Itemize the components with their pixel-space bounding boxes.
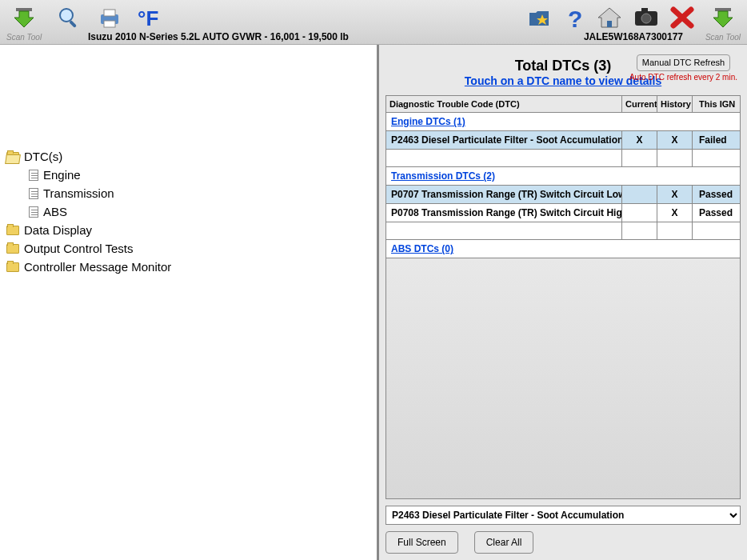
tree-item[interactable]: Transmission — [6, 184, 370, 202]
printer-icon — [96, 6, 123, 31]
tree-item-label: Data Display — [24, 223, 92, 237]
svg-rect-0 — [16, 8, 32, 11]
help-button[interactable]: ? — [563, 6, 585, 33]
folder-icon — [6, 262, 19, 272]
vin-text: JALE5W168A7300177 — [584, 31, 683, 42]
col-header-current: Current — [622, 96, 657, 113]
question-icon: ? — [563, 6, 585, 33]
page-icon — [29, 206, 38, 218]
camera-button[interactable] — [633, 6, 659, 30]
scan-tool-left-button[interactable]: Scan Tool — [6, 6, 42, 42]
svg-point-1 — [60, 9, 73, 22]
svg-rect-12 — [715, 8, 731, 11]
col-header-code: Diagnostic Trouble Code (DTC) — [386, 96, 622, 113]
svg-rect-4 — [104, 10, 115, 16]
download-arrow-icon — [710, 6, 736, 31]
dtc-row[interactable]: P2463 Diesel Particulate Filter - Soot A… — [386, 131, 741, 150]
svg-rect-11 — [641, 8, 648, 12]
svg-rect-5 — [104, 21, 115, 27]
tree-item[interactable]: Controller Message Monitor — [6, 258, 370, 276]
folder-icon — [6, 226, 19, 235]
section-transmission[interactable]: Transmission DTCs (2) — [386, 167, 741, 186]
tree-item[interactable]: DTC(s) — [6, 147, 370, 166]
tree-item[interactable]: ABS — [6, 202, 370, 221]
print-button[interactable] — [96, 6, 123, 31]
svg-text:°F: °F — [138, 6, 158, 30]
manual-refresh-button[interactable]: Manual DTC Refresh — [637, 54, 730, 71]
page-icon — [29, 188, 38, 199]
scan-tool-right-button[interactable]: Scan Tool — [705, 6, 741, 42]
svg-rect-8 — [607, 21, 612, 27]
svg-text:?: ? — [568, 6, 582, 30]
dtc-select[interactable]: P2463 Diesel Particulate Filter - Soot A… — [385, 506, 741, 525]
col-header-history: History — [657, 96, 693, 113]
folder-icon — [6, 244, 19, 254]
temperature-unit-button[interactable]: °F — [138, 6, 166, 33]
tree-item[interactable]: Output Control Tests — [6, 239, 370, 258]
folder-open-icon — [6, 152, 19, 162]
home-icon — [597, 6, 622, 31]
tree-item-label: DTC(s) — [24, 150, 62, 163]
svg-point-10 — [641, 14, 651, 23]
tree-item[interactable]: Engine — [6, 166, 370, 184]
tree-item-label: Transmission — [43, 186, 114, 200]
home-button[interactable] — [597, 6, 622, 31]
auto-refresh-note: Auto DTC refresh every 2 min. — [629, 73, 737, 82]
dtc-table: Diagnostic Trouble Code (DTC) Current Hi… — [385, 95, 741, 258]
dtc-row-empty — [386, 222, 741, 240]
close-x-icon — [670, 6, 694, 31]
close-button[interactable] — [670, 6, 694, 31]
download-arrow-icon — [11, 6, 37, 31]
tree-item-label: ABS — [43, 205, 67, 218]
nav-tree: DTC(s)EngineTransmissionABSData DisplayO… — [6, 147, 370, 276]
full-screen-button[interactable]: Full Screen — [385, 531, 458, 554]
tree-item-label: Engine — [43, 168, 81, 182]
clear-all-button[interactable]: Clear All — [474, 531, 534, 554]
svg-rect-2 — [69, 20, 77, 28]
dtc-row[interactable]: P0708 Transmission Range (TR) Switch Cir… — [386, 204, 741, 222]
favorites-button[interactable] — [526, 6, 552, 31]
section-abs[interactable]: ABS DTCs (0) — [386, 240, 741, 258]
magnifier-icon — [56, 6, 82, 31]
main-panel: Total DTCs (3) Touch on a DTC name to vi… — [379, 45, 747, 560]
col-header-this-ign: This IGN — [693, 96, 741, 113]
sidebar: DTC(s)EngineTransmissionABSData DisplayO… — [0, 45, 379, 560]
search-button[interactable] — [56, 6, 82, 31]
folder-star-icon — [526, 6, 552, 31]
fahrenheit-icon: °F — [138, 6, 166, 33]
tree-item[interactable]: Data Display — [6, 221, 370, 239]
vehicle-info: Isuzu 2010 N-Series 5.2L AUTO GVWR - 16,… — [88, 31, 349, 42]
tree-item-label: Controller Message Monitor — [24, 260, 171, 274]
dtc-row[interactable]: P0707 Transmission Range (TR) Switch Cir… — [386, 186, 741, 204]
dtc-row-empty — [386, 150, 741, 167]
tree-item-label: Output Control Tests — [24, 242, 133, 255]
table-empty-area — [385, 258, 741, 499]
section-engine[interactable]: Engine DTCs (1) — [386, 113, 741, 131]
camera-icon — [633, 6, 659, 30]
toolbar: Scan Tool °F ? — [0, 0, 747, 45]
page-icon — [29, 170, 38, 181]
